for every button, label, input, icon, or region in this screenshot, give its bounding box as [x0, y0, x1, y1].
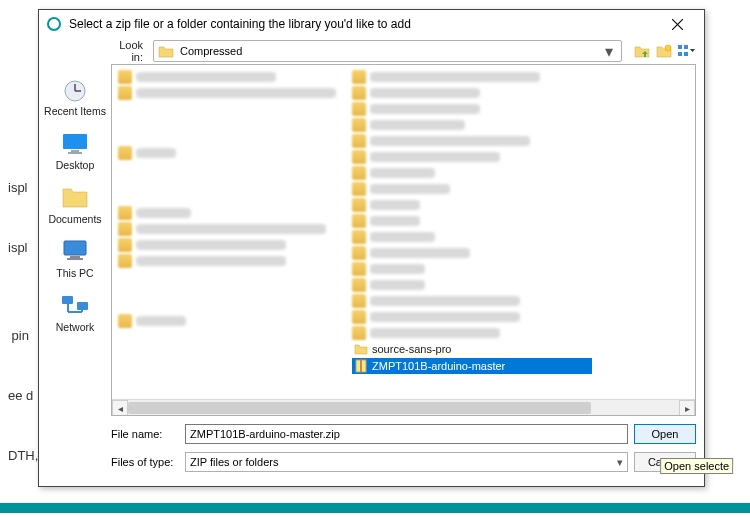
folder-icon	[354, 342, 368, 356]
lookin-value: Compressed	[180, 45, 601, 57]
dialog-title: Select a zip file or a folder containing…	[69, 17, 658, 31]
list-item-selected[interactable]: ZMPT101B-arduino-master	[352, 358, 592, 374]
chevron-down-icon: ▾	[601, 42, 617, 61]
svg-rect-17	[62, 296, 73, 304]
new-folder-icon	[656, 43, 672, 59]
recent-icon	[58, 75, 92, 103]
folder-up-icon	[634, 43, 650, 59]
place-label: This PC	[56, 267, 93, 279]
view-menu-button[interactable]	[676, 41, 696, 61]
filetype-value: ZIP files or folders	[190, 456, 278, 468]
svg-rect-11	[71, 150, 79, 152]
lookin-label: Look in:	[107, 39, 149, 63]
filename-label: File name:	[111, 428, 179, 440]
documents-icon	[58, 183, 92, 211]
desktop-icon	[58, 129, 92, 157]
place-label: Desktop	[56, 159, 95, 171]
svg-rect-13	[64, 241, 86, 255]
tooltip: Open selecte	[660, 458, 733, 474]
file-dialog: Select a zip file or a folder containing…	[38, 9, 705, 487]
close-button[interactable]	[658, 11, 696, 37]
blurred-column-left	[118, 69, 358, 329]
new-folder-button[interactable]	[654, 41, 674, 61]
svg-rect-15	[70, 256, 80, 258]
titlebar: Select a zip file or a folder containing…	[39, 10, 704, 38]
place-this-pc[interactable]: This PC	[41, 234, 109, 282]
svg-rect-12	[68, 152, 82, 154]
file-name: ZMPT101B-arduino-master	[372, 360, 505, 372]
this-pc-icon	[58, 237, 92, 265]
place-desktop[interactable]: Desktop	[41, 126, 109, 174]
svg-rect-3	[678, 45, 682, 49]
open-button[interactable]: Open	[634, 424, 696, 444]
scroll-right-button[interactable]: ▸	[679, 400, 695, 416]
svg-rect-18	[77, 302, 88, 310]
filetype-label: Files of type:	[111, 456, 179, 468]
svg-rect-23	[360, 360, 362, 372]
file-name: source-sans-pro	[372, 343, 451, 355]
app-icon	[47, 17, 61, 31]
up-folder-button[interactable]	[632, 41, 652, 61]
scroll-track[interactable]	[128, 400, 679, 415]
lookin-combobox[interactable]: Compressed ▾	[153, 40, 622, 62]
folder-icon	[158, 44, 174, 58]
horizontal-scrollbar[interactable]: ◂ ▸	[112, 399, 695, 415]
place-recent-items[interactable]: Recent Items	[41, 72, 109, 120]
svg-point-2	[665, 45, 671, 51]
list-item[interactable]: source-sans-pro	[352, 341, 592, 357]
scroll-thumb[interactable]	[128, 402, 591, 414]
filename-input[interactable]	[185, 424, 628, 444]
close-icon	[672, 19, 683, 30]
place-network[interactable]: Network	[41, 288, 109, 336]
svg-rect-4	[678, 52, 682, 56]
status-bar	[0, 503, 750, 513]
lookin-toolbar: Look in: Compressed ▾	[39, 38, 704, 64]
svg-rect-5	[684, 45, 688, 49]
file-list[interactable]: /* rows generated below via JS for blur …	[111, 64, 696, 416]
file-column-right: /* rows generated below via JS for blur …	[352, 69, 592, 375]
dialog-bottom: File name: Open Files of type: ZIP files…	[39, 416, 704, 474]
filetype-combobox[interactable]: ZIP files or folders ▾	[185, 452, 628, 472]
svg-rect-6	[684, 52, 688, 56]
chevron-down-icon: ▾	[617, 456, 623, 469]
network-icon	[58, 291, 92, 319]
place-label: Network	[56, 321, 95, 333]
place-label: Recent Items	[44, 105, 106, 117]
scroll-left-button[interactable]: ◂	[112, 400, 128, 416]
svg-rect-10	[63, 134, 87, 149]
place-label: Documents	[48, 213, 101, 225]
places-bar: Recent Items Desktop Documents This PC	[39, 64, 111, 416]
view-icon	[677, 43, 695, 59]
place-documents[interactable]: Documents	[41, 180, 109, 228]
zip-icon	[354, 359, 368, 373]
svg-rect-16	[67, 258, 83, 260]
